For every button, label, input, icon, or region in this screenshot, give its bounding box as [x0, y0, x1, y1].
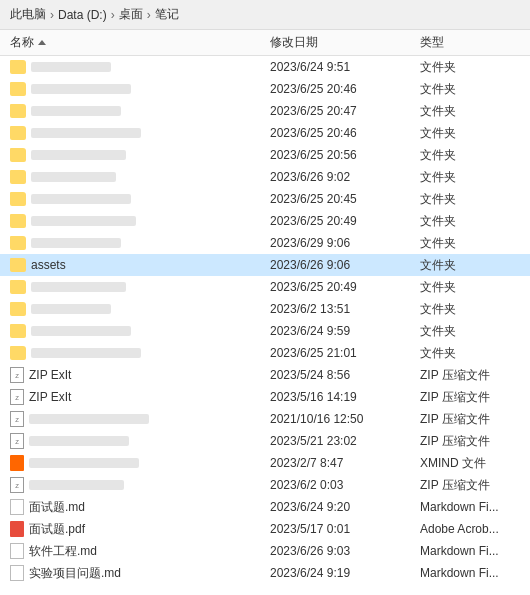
sort-by-type[interactable]: 类型: [420, 34, 520, 51]
file-row[interactable]: 实验项目问题.md2023/6/24 9:19Markdown Fi...: [0, 562, 530, 584]
breadcrumb-part-1[interactable]: Data (D:): [58, 8, 107, 22]
file-row[interactable]: 2023/6/25 20:56文件夹: [0, 144, 530, 166]
folder-icon: [10, 126, 26, 140]
sort-by-name[interactable]: 名称: [10, 34, 270, 51]
file-date: 2023/6/25 20:56: [270, 148, 420, 162]
blurred-filename: [31, 238, 121, 248]
xmind-icon: [10, 455, 24, 471]
file-name-col: Z: [10, 433, 270, 449]
blurred-filename: [29, 480, 124, 490]
file-row[interactable]: 2023/6/25 20:49文件夹: [0, 276, 530, 298]
file-name-col: [10, 82, 270, 96]
file-date: 2023/6/24 9:51: [270, 60, 420, 74]
folder-icon: [10, 258, 26, 272]
blurred-filename: [31, 106, 121, 116]
zip-icon: Z: [10, 389, 24, 405]
sort-bar: 名称 修改日期 类型: [0, 30, 530, 56]
file-list: 2023/6/24 9:51文件夹2023/6/25 20:46文件夹2023/…: [0, 56, 530, 591]
file-row[interactable]: 面试题.pdf2023/5/17 0:01Adobe Acrob...: [0, 518, 530, 540]
breadcrumb-bar[interactable]: 此电脑 › Data (D:) › 桌面 › 笔记: [0, 0, 530, 30]
file-date: 2023/2/7 8:47: [270, 456, 420, 470]
file-type: 文件夹: [420, 345, 520, 362]
file-row[interactable]: 2023/6/26 9:02文件夹: [0, 166, 530, 188]
file-type: 文件夹: [420, 59, 520, 76]
folder-icon: [10, 192, 26, 206]
file-name-col: 面试题.pdf: [10, 521, 270, 538]
file-type: 文件夹: [420, 103, 520, 120]
file-row[interactable]: ZZIP ExIt2023/5/24 8:56ZIP 压缩文件: [0, 364, 530, 386]
file-name-col: [10, 346, 270, 360]
file-date: 2023/6/26 9:02: [270, 170, 420, 184]
blurred-filename: [31, 326, 131, 336]
file-name-col: [10, 302, 270, 316]
file-type: 文件夹: [420, 235, 520, 252]
file-row[interactable]: 2023/6/25 21:01文件夹: [0, 342, 530, 364]
sort-arrow-icon: [38, 40, 46, 45]
file-row[interactable]: 2023/6/25 20:49文件夹: [0, 210, 530, 232]
file-date: 2023/6/29 9:06: [270, 236, 420, 250]
blurred-filename: [31, 150, 126, 160]
file-name-col: 实验项目问题.md: [10, 565, 270, 582]
folder-icon: [10, 346, 26, 360]
file-name-col: Z: [10, 477, 270, 493]
file-type: 文件夹: [420, 81, 520, 98]
file-name-col: [10, 214, 270, 228]
file-type: 文件夹: [420, 125, 520, 142]
file-name-col: ZZIP ExIt: [10, 389, 270, 405]
file-type: ZIP 压缩文件: [420, 389, 520, 406]
file-name-col: [10, 60, 270, 74]
folder-icon: [10, 236, 26, 250]
blurred-filename: [29, 414, 149, 424]
folder-icon: [10, 148, 26, 162]
blurred-filename: [31, 304, 111, 314]
file-row[interactable]: ZZIP ExIt2023/5/16 14:19ZIP 压缩文件: [0, 386, 530, 408]
file-type: Adobe Acrob...: [420, 522, 520, 536]
file-row[interactable]: 软件工程.md2023/6/26 9:03Markdown Fi...: [0, 540, 530, 562]
zip-icon: Z: [10, 433, 24, 449]
file-row[interactable]: 2023/6/29 9:06文件夹: [0, 232, 530, 254]
file-name-col: 软件工程.md: [10, 543, 270, 560]
file-row[interactable]: 2023/2/7 8:47XMIND 文件: [0, 452, 530, 474]
file-row[interactable]: Z2023/6/2 0:03ZIP 压缩文件: [0, 474, 530, 496]
folder-icon: [10, 60, 26, 74]
file-date: 2023/6/25 20:47: [270, 104, 420, 118]
file-name-col: Z: [10, 411, 270, 427]
zip-icon: Z: [10, 367, 24, 383]
file-date: 2023/6/24 9:59: [270, 324, 420, 338]
breadcrumb-part-3[interactable]: 笔记: [155, 6, 179, 23]
file-row[interactable]: 2023/6/25 20:45文件夹: [0, 188, 530, 210]
file-type: ZIP 压缩文件: [420, 477, 520, 494]
sort-by-date[interactable]: 修改日期: [270, 34, 420, 51]
blurred-filename: [29, 458, 139, 468]
file-date: 2023/6/24 9:20: [270, 500, 420, 514]
md-icon: [10, 543, 24, 559]
file-date: 2023/6/25 20:45: [270, 192, 420, 206]
file-row[interactable]: Z2021/10/16 12:50ZIP 压缩文件: [0, 408, 530, 430]
file-name-col: [10, 455, 270, 471]
file-date: 2021/10/16 12:50: [270, 412, 420, 426]
file-row[interactable]: 2023/6/2 13:51文件夹: [0, 298, 530, 320]
file-type: Markdown Fi...: [420, 544, 520, 558]
file-date: 2023/5/24 8:56: [270, 368, 420, 382]
md-icon: [10, 565, 24, 581]
file-row[interactable]: assets2023/6/26 9:06文件夹: [0, 254, 530, 276]
blurred-filename: [31, 84, 131, 94]
filename-text: 面试题.md: [29, 499, 85, 516]
folder-icon: [10, 302, 26, 316]
blurred-filename: [31, 282, 126, 292]
file-row[interactable]: 2023/6/25 20:46文件夹: [0, 122, 530, 144]
breadcrumb-part-0[interactable]: 此电脑: [10, 6, 46, 23]
md-icon: [10, 499, 24, 515]
file-row[interactable]: 2023/6/24 9:51文件夹: [0, 56, 530, 78]
folder-icon: [10, 214, 26, 228]
file-row[interactable]: 2023/6/24 9:59文件夹: [0, 320, 530, 342]
file-type: XMIND 文件: [420, 455, 520, 472]
breadcrumb-part-2[interactable]: 桌面: [119, 6, 143, 23]
file-type: 文件夹: [420, 169, 520, 186]
file-row[interactable]: 2023/6/25 20:46文件夹: [0, 78, 530, 100]
file-row[interactable]: 面试题.md2023/6/24 9:20Markdown Fi...: [0, 496, 530, 518]
file-row[interactable]: Z2023/5/21 23:02ZIP 压缩文件: [0, 430, 530, 452]
file-row[interactable]: 2023/6/25 20:47文件夹: [0, 100, 530, 122]
blurred-filename: [31, 62, 111, 72]
file-type: Markdown Fi...: [420, 566, 520, 580]
